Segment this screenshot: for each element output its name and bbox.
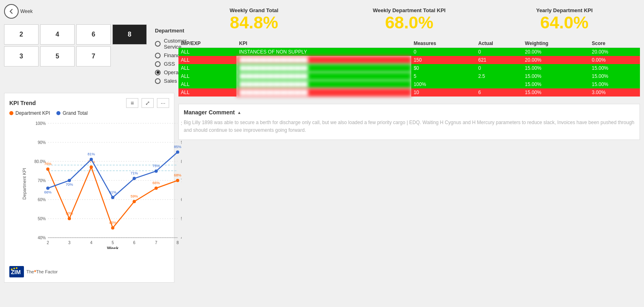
week-btn-2[interactable]: 2 bbox=[4, 24, 39, 45]
svg-point-43 bbox=[176, 150, 179, 154]
legend-grand-total: Grand Total bbox=[56, 110, 88, 116]
legend-dot-dept bbox=[9, 111, 13, 115]
svg-point-62 bbox=[11, 268, 13, 270]
col-actual: Actual bbox=[476, 39, 522, 48]
svg-text:60%: 60% bbox=[181, 198, 182, 202]
chart-controls: ≡ ⤢ ··· bbox=[126, 98, 169, 108]
svg-text:81%: 81% bbox=[88, 152, 95, 156]
radio-operations bbox=[155, 70, 161, 75]
svg-text:100%: 100% bbox=[181, 121, 182, 126]
svg-text:66%: 66% bbox=[44, 190, 52, 194]
svg-text:61%: 61% bbox=[109, 190, 116, 194]
kpi-col3-label: Yearly Department KPI bbox=[489, 7, 640, 13]
col-weighting: Weighting bbox=[522, 39, 589, 48]
svg-text:80%: 80% bbox=[181, 159, 182, 164]
kpi-table: IMP/EXP KPI Measures Actual Weighting Sc… bbox=[178, 39, 640, 97]
svg-text:6: 6 bbox=[133, 240, 135, 245]
svg-point-37 bbox=[46, 187, 49, 190]
week-btn-8[interactable]: 8 bbox=[112, 24, 147, 45]
svg-text:5: 5 bbox=[112, 240, 114, 245]
svg-text:75%: 75% bbox=[152, 164, 160, 168]
week-btn-3[interactable]: 3 bbox=[4, 46, 39, 67]
svg-point-27 bbox=[133, 200, 136, 203]
svg-text:59%: 59% bbox=[131, 194, 138, 198]
chart-legend: Department KPI Grand Total bbox=[9, 110, 169, 116]
svg-text:71%: 71% bbox=[131, 171, 138, 175]
manager-section: Manager Comment ▲ Big Lilly 1898 was abl… bbox=[178, 104, 640, 140]
svg-point-42 bbox=[155, 170, 158, 173]
svg-text:ZIM: ZIM bbox=[11, 269, 21, 275]
kpi-weekly-dept-total: 68.0% bbox=[334, 13, 485, 32]
svg-point-26 bbox=[111, 226, 114, 230]
svg-text:3: 3 bbox=[68, 240, 71, 245]
kpi-col1-label: Weekly Grand Total bbox=[178, 7, 330, 13]
svg-point-23 bbox=[46, 167, 49, 171]
svg-text:45%: 45% bbox=[109, 221, 116, 225]
kpi-col2-label: Weekly Department Total KPI bbox=[334, 7, 485, 13]
zim-logo: ZIM bbox=[9, 266, 24, 277]
back-button[interactable] bbox=[4, 4, 19, 19]
svg-text:40%: 40% bbox=[181, 236, 182, 240]
svg-text:70%: 70% bbox=[181, 178, 182, 183]
radio-finance bbox=[155, 53, 161, 58]
more-btn[interactable]: ··· bbox=[157, 98, 169, 108]
chart-title: KPI Trend bbox=[9, 100, 36, 106]
svg-text:85%: 85% bbox=[174, 145, 181, 149]
svg-point-39 bbox=[90, 158, 93, 161]
svg-point-29 bbox=[176, 179, 179, 182]
table-row: ALL ████████████████████ $0 0 15.00% 15.… bbox=[178, 64, 640, 72]
right-panel: Weekly Grand Total 84.8% Weekly Departme… bbox=[178, 4, 640, 303]
chart-section: KPI Trend ≡ ⤢ ··· Department KPI Grand T… bbox=[4, 93, 174, 283]
svg-point-38 bbox=[68, 179, 71, 182]
svg-point-63 bbox=[13, 268, 15, 269]
svg-point-40 bbox=[111, 196, 114, 199]
expand-btn[interactable]: ⤢ bbox=[142, 98, 154, 108]
week-btn-4[interactable]: 4 bbox=[40, 24, 75, 45]
factor-label: The * The Factor bbox=[26, 269, 58, 275]
week-btn-6[interactable]: 6 bbox=[76, 24, 111, 45]
svg-text:60%: 60% bbox=[38, 198, 46, 202]
kpi-header: Weekly Grand Total 84.8% Weekly Departme… bbox=[178, 4, 640, 35]
week-btn-5[interactable]: 5 bbox=[40, 46, 75, 67]
y-axis-label: Department KPI bbox=[22, 168, 27, 200]
svg-text:8: 8 bbox=[176, 240, 179, 245]
table-row: ALL INSTANCES OF NON SUPPLY 0 0 20.00% 2… bbox=[178, 48, 640, 56]
svg-text:70%: 70% bbox=[38, 178, 46, 183]
chart-footer: ZIM The * The Factor bbox=[9, 266, 169, 277]
kpi-chart-svg: 100% 90% 80.0% 70% 60% 50% 40% 100% 90% … bbox=[32, 119, 182, 249]
radio-customer-service bbox=[155, 41, 161, 47]
table-row: ALL ████████████████████ 100% 15.00% 15.… bbox=[178, 80, 640, 88]
week-btn-7[interactable]: 7 bbox=[76, 46, 111, 67]
zim-logo-icon: ZIM bbox=[9, 266, 24, 277]
radio-sales bbox=[155, 78, 161, 84]
col-score: Score bbox=[589, 39, 640, 48]
svg-text:68%: 68% bbox=[174, 173, 181, 177]
svg-point-28 bbox=[155, 187, 158, 190]
svg-text:90%: 90% bbox=[181, 140, 182, 145]
table-row: ALL ████████████████████ 5 2.5 15.00% 15… bbox=[178, 72, 640, 80]
col-measures: Measures bbox=[411, 39, 476, 48]
radio-gss bbox=[155, 61, 161, 67]
svg-text:50%: 50% bbox=[38, 217, 46, 221]
week-grid: 2 4 6 8 3 5 7 bbox=[4, 24, 147, 67]
table-row: ALL ████████████████████ 150 621 20.00% … bbox=[178, 56, 640, 64]
legend-dept-kpi: Department KPI bbox=[9, 110, 50, 116]
legend-dot-gt bbox=[56, 111, 60, 115]
svg-text:4: 4 bbox=[90, 240, 92, 245]
svg-text:76%: 76% bbox=[44, 162, 52, 166]
svg-text:50%: 50% bbox=[181, 217, 182, 221]
filter-btn[interactable]: ≡ bbox=[126, 98, 138, 108]
table-row: ALL ████████████████████ 10 6 15.00% 3.0… bbox=[178, 88, 640, 97]
svg-text:50%: 50% bbox=[66, 211, 73, 215]
svg-text:7: 7 bbox=[155, 240, 157, 245]
svg-text:90%: 90% bbox=[38, 140, 46, 145]
svg-text:66%: 66% bbox=[152, 181, 160, 185]
svg-point-64 bbox=[16, 267, 17, 269]
kpi-weekly-grand-total: 84.8% bbox=[178, 13, 330, 32]
manager-comment-text: Big Lilly 1898 was able to secure a bert… bbox=[184, 119, 635, 134]
col-imp-exp: IMP/EXP bbox=[178, 39, 236, 48]
kpi-yearly-dept: 64.0% bbox=[489, 13, 640, 32]
svg-text:Week: Week bbox=[107, 246, 119, 249]
col-kpi: KPI bbox=[236, 39, 411, 48]
svg-text:70%: 70% bbox=[66, 182, 73, 187]
